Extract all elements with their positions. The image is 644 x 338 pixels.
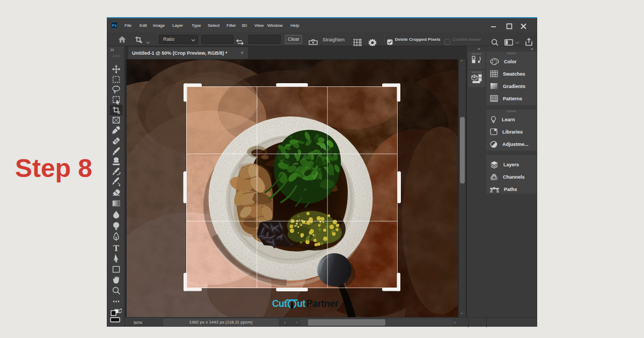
- svg-text:T: T: [113, 243, 120, 253]
